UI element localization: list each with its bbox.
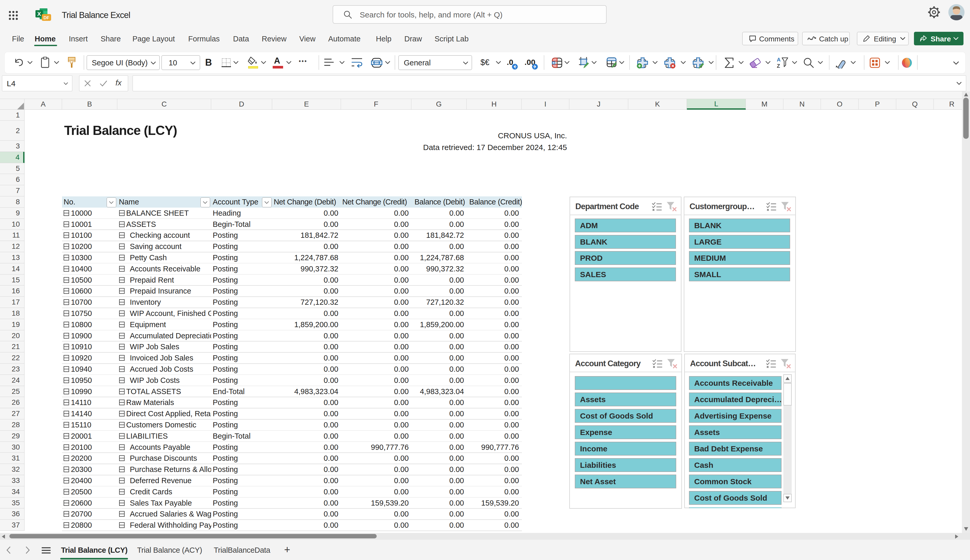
svg-text:A: A (777, 57, 781, 63)
svg-text:Z: Z (777, 63, 780, 69)
svg-text:X: X (37, 11, 41, 17)
svg-text:DF: DF (43, 15, 50, 20)
